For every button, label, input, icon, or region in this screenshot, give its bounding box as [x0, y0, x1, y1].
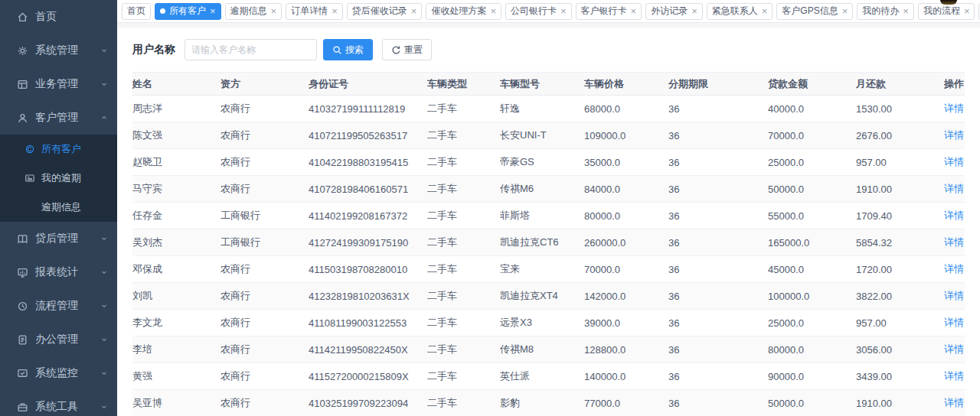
- cell-term: 36: [668, 363, 768, 390]
- tab[interactable]: 我的待办 ×: [857, 3, 914, 20]
- col-header-loan: 贷款金额: [768, 73, 856, 96]
- avatar[interactable]: [940, 0, 957, 5]
- main-area: 首页 所有客户 × 逾期信息 × 订单详情 × 贷后催收记录 × 催收处理方案: [117, 0, 980, 416]
- detail-link[interactable]: 详情: [944, 129, 964, 141]
- table-row: 马守宾 农商行 410728198406160571 二手车 传祺M6 8400…: [132, 176, 965, 203]
- cell-id-number: 412724199309175190: [309, 229, 427, 256]
- cell-name: 吴亚博: [132, 390, 220, 416]
- cell-term: 36: [668, 203, 768, 229]
- tab[interactable]: 首页: [122, 3, 151, 20]
- sidebar-item-tools[interactable]: 系统工具: [0, 390, 117, 416]
- tab-close-icon[interactable]: ×: [411, 6, 417, 16]
- detail-link[interactable]: 详情: [944, 290, 964, 301]
- cell-name: 刘凯: [132, 283, 220, 310]
- cell-vehicle-model: 英仕派: [500, 363, 584, 390]
- sidebar-item-overdue-info[interactable]: 逾期信息: [0, 193, 117, 222]
- detail-link[interactable]: 详情: [944, 210, 964, 221]
- search-form: 用户名称 搜索 重置: [132, 39, 965, 60]
- detail-link[interactable]: 详情: [944, 102, 964, 114]
- cell-price: 70000.0: [584, 256, 668, 283]
- toolbox-icon: [17, 401, 28, 413]
- tab-close-icon[interactable]: ×: [631, 6, 637, 16]
- cell-name: 黄强: [132, 363, 220, 390]
- tab[interactable]: 订单详情 ×: [286, 3, 343, 20]
- detail-link[interactable]: 详情: [944, 263, 964, 275]
- table-row: 陈文强 农商行 410721199505263517 二手车 长安UNI-T 1…: [132, 122, 965, 149]
- detail-link[interactable]: 详情: [944, 397, 964, 408]
- detail-link[interactable]: 详情: [944, 183, 964, 194]
- tab-close-icon[interactable]: ×: [903, 6, 909, 16]
- sidebar-item-business[interactable]: 业务管理: [0, 67, 117, 101]
- tab-label: 所有客户: [169, 5, 206, 18]
- cell-monthly: 1910.00: [856, 390, 944, 416]
- tab[interactable]: 客户银行卡 ×: [576, 3, 642, 20]
- search-button[interactable]: 搜索: [323, 39, 373, 60]
- cell-id-number: 411402199208167372: [309, 203, 427, 229]
- tab-label: 首页: [127, 5, 145, 18]
- tab-close-icon[interactable]: ×: [490, 6, 496, 16]
- cell-vehicle-model: 传祺M6: [500, 176, 584, 203]
- tab-close-icon[interactable]: ×: [842, 6, 848, 16]
- sidebar-item-reports[interactable]: 报表统计: [0, 255, 117, 289]
- tab[interactable]: 催收处理方案 ×: [426, 3, 501, 20]
- tab-close-icon[interactable]: ×: [691, 6, 697, 16]
- detail-link[interactable]: 详情: [944, 236, 964, 248]
- sidebar-item-process[interactable]: 流程管理: [0, 289, 117, 323]
- cell-vehicle-type: 二手车: [427, 336, 500, 363]
- detail-link[interactable]: 详情: [944, 343, 964, 355]
- cell-price: 84000.0: [584, 176, 668, 203]
- cell-term: 36: [668, 256, 768, 283]
- tab-label: 客户银行卡: [581, 5, 627, 18]
- reset-button[interactable]: 重置: [382, 39, 432, 60]
- tab-close-icon[interactable]: ×: [560, 6, 567, 16]
- tab-label: 我的待办: [862, 5, 899, 18]
- cell-funder: 农商行: [220, 122, 309, 149]
- tab[interactable]: 贷后催收记录 ×: [347, 3, 423, 20]
- sidebar-item-loan-after[interactable]: 贷后管理: [0, 222, 117, 255]
- tab[interactable]: 我的流程 ×: [918, 3, 975, 20]
- tab[interactable]: 逾期信息 ×: [225, 3, 283, 20]
- gear-icon: [17, 45, 28, 57]
- cell-name: 李培: [132, 336, 220, 363]
- detail-link[interactable]: 详情: [944, 370, 964, 382]
- sidebar-item-home[interactable]: 首页: [0, 0, 117, 34]
- sidebar-item-system[interactable]: 系统管理: [0, 34, 117, 67]
- cell-vehicle-type: 二手车: [427, 203, 500, 229]
- tab-close-icon[interactable]: ×: [210, 6, 216, 16]
- tab[interactable]: 公司银行卡 ×: [505, 3, 572, 20]
- search-field-label: 用户名称: [132, 43, 175, 57]
- cell-name: 马守宾: [132, 176, 220, 203]
- sidebar-item-my-overdue[interactable]: 我的逾期: [0, 164, 117, 193]
- table-row: 吴刘杰 工商银行 412724199309175190 二手车 凯迪拉克CT6 …: [132, 229, 965, 256]
- cell-monthly: 2676.00: [856, 122, 944, 149]
- tab[interactable]: 紧急联系人 ×: [707, 3, 773, 20]
- clock-flow-icon: [17, 301, 28, 312]
- tab-close-icon[interactable]: ×: [762, 6, 768, 16]
- cell-id-number: 41152720000215809X: [309, 363, 427, 390]
- tab-close-icon[interactable]: ×: [332, 6, 338, 16]
- sidebar-item-customer[interactable]: 客户管理: [0, 101, 117, 135]
- sidebar-item-monitor[interactable]: 系统监控: [0, 356, 117, 390]
- cell-term: 36: [668, 310, 768, 336]
- cell-vehicle-model: 凯迪拉克CT6: [500, 229, 584, 256]
- cell-term: 36: [668, 336, 768, 363]
- cell-loan: 45000.0: [768, 256, 856, 283]
- content-panel: 用户名称 搜索 重置 姓名: [117, 28, 980, 416]
- detail-link[interactable]: 详情: [944, 317, 964, 328]
- cell-loan: 100000.0: [768, 283, 856, 310]
- tab-close-icon[interactable]: ×: [271, 6, 277, 16]
- cell-vehicle-type: 二手车: [427, 363, 500, 390]
- tab[interactable]: 外访记录 ×: [645, 3, 703, 20]
- tab-close-icon[interactable]: ×: [964, 6, 970, 16]
- tab[interactable]: 客户GPS信息 ×: [776, 3, 853, 20]
- sidebar-item-office[interactable]: 办公管理: [0, 323, 117, 356]
- customer-name-input[interactable]: [185, 39, 317, 60]
- tab[interactable]: 所有客户 ×: [155, 3, 221, 20]
- cell-funder: 农商行: [220, 256, 309, 283]
- cell-name: 赵晓卫: [132, 149, 220, 176]
- cell-id-number: 410327199111112819: [309, 96, 427, 122]
- sidebar-item-all-customers[interactable]: 所有客户: [0, 135, 117, 164]
- detail-link[interactable]: 详情: [944, 156, 964, 167]
- cell-monthly: 957.00: [856, 149, 944, 176]
- cell-vehicle-model: 轩逸: [500, 96, 584, 122]
